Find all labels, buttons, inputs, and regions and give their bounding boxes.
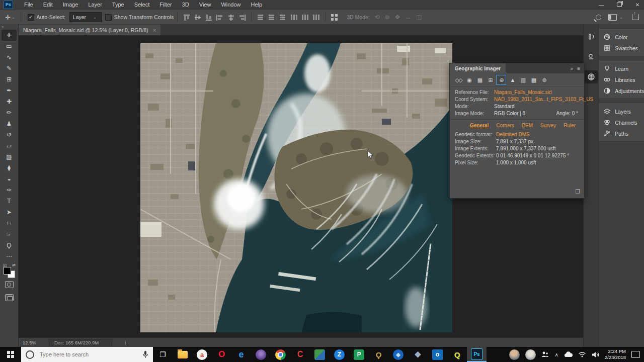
taskbar-clock[interactable]: 2:24 PM 2/23/2018: [605, 348, 626, 360]
panel-tab-libraries[interactable]: Libraries: [599, 74, 644, 85]
pan-3d-icon[interactable]: ✥: [395, 14, 400, 21]
panel-tab-swatches[interactable]: Swatches: [599, 43, 644, 54]
virtualbox-taskbar-icon[interactable]: ❖: [408, 347, 428, 362]
quick-selection-tool[interactable]: ✎: [2, 63, 17, 74]
photoshop-taskbar-icon[interactable]: Ps: [467, 347, 487, 362]
people-avatar-1[interactable]: [509, 349, 520, 360]
distribute-spacing-icon[interactable]: [331, 14, 338, 21]
onedrive-icon[interactable]: [564, 351, 573, 357]
tab-general[interactable]: General: [470, 123, 489, 128]
qgis-taskbar-icon[interactable]: Q: [447, 347, 467, 362]
document-image[interactable]: [140, 43, 452, 332]
blue-z-app-taskbar-icon[interactable]: Z: [330, 347, 349, 362]
chrome-taskbar-icon[interactable]: [271, 347, 290, 362]
align-bottom-icon[interactable]: [205, 14, 213, 21]
path-selection-tool[interactable]: ➤: [2, 207, 17, 218]
search-input[interactable]: [39, 351, 138, 358]
tab-dem[interactable]: DEM: [522, 123, 533, 128]
mosaic-icon[interactable]: ▦: [475, 75, 484, 84]
menu-type[interactable]: Type: [107, 1, 129, 9]
close-button[interactable]: ✕: [634, 2, 641, 8]
workspace-switcher[interactable]: ⌄: [608, 14, 625, 21]
panel-tab-adjustments[interactable]: Adjustments: [599, 85, 644, 97]
quick-mask-icon[interactable]: [5, 281, 14, 288]
type-tool[interactable]: T: [2, 196, 17, 207]
menu-image[interactable]: Image: [58, 1, 84, 9]
menu-3d[interactable]: 3D: [177, 1, 194, 9]
outlook-taskbar-icon[interactable]: o: [428, 347, 447, 362]
auto-select-target-dropdown[interactable]: Layer ⌄: [69, 12, 102, 22]
foreground-color-swatch[interactable]: [4, 267, 11, 275]
panel-tab-layers[interactable]: Layers: [599, 106, 644, 117]
spot-healing-brush-tool[interactable]: ✚: [2, 96, 17, 107]
taskbar-search[interactable]: [21, 347, 153, 362]
attribute-table-icon[interactable]: ▥: [518, 75, 527, 84]
brush-presets-panel-icon[interactable]: [585, 30, 598, 43]
hidden-icons-chevron[interactable]: ∧: [554, 352, 558, 357]
restore-button[interactable]: [616, 2, 623, 8]
brush-tool[interactable]: ✏: [2, 107, 17, 118]
people-avatar-2[interactable]: [525, 349, 536, 360]
menu-layer[interactable]: Layer: [83, 1, 107, 9]
tool-preset-chevron-icon[interactable]: ⌄: [12, 15, 15, 20]
zoom-level-field[interactable]: 12.5%: [23, 340, 49, 345]
panel-tab-learn[interactable]: Learn: [599, 63, 644, 74]
start-button[interactable]: [0, 347, 21, 362]
distribute-top-icon[interactable]: [257, 14, 265, 21]
volume-icon[interactable]: [592, 351, 599, 358]
import-export-icon[interactable]: ⊜: [539, 75, 548, 84]
tab-corners[interactable]: Corners: [496, 123, 514, 128]
panel-tab-channels[interactable]: Channels: [599, 117, 644, 128]
world-file-icon[interactable]: ◉: [464, 75, 473, 84]
distribute-left-icon[interactable]: [290, 14, 298, 21]
opera-taskbar-icon[interactable]: O: [212, 347, 231, 362]
palette-icon[interactable]: ▩: [529, 75, 538, 84]
menu-view[interactable]: View: [194, 1, 216, 9]
rectangle-shape-tool[interactable]: □: [2, 218, 17, 229]
blur-tool[interactable]: ⧫: [2, 162, 17, 173]
menu-help[interactable]: Help: [246, 1, 268, 9]
align-top-icon[interactable]: [183, 14, 191, 21]
distribute-center-icon[interactable]: [301, 14, 309, 21]
menu-file[interactable]: File: [19, 1, 38, 9]
share-icon[interactable]: [632, 14, 639, 20]
eraser-tool[interactable]: ▱: [2, 140, 17, 151]
wifi-icon[interactable]: [578, 351, 586, 357]
show-transform-checkbox[interactable]: [105, 14, 112, 21]
slide-3d-icon[interactable]: ↔: [405, 14, 411, 21]
menu-filter[interactable]: Filter: [154, 1, 177, 9]
document-tab[interactable]: Niagara_Falls_Mosaic.sid @ 12.5% (Layer …: [19, 25, 160, 35]
geographic-imager-panel-icon[interactable]: [585, 70, 598, 83]
field-value[interactable]: Delimited DMS: [496, 132, 530, 137]
align-middle-icon[interactable]: [194, 14, 202, 21]
export-icon[interactable]: ❐: [575, 189, 580, 195]
field-value[interactable]: Niagara_Falls_Mosaic.sid: [494, 89, 552, 95]
collapse-panel-icon[interactable]: »: [571, 66, 574, 71]
align-right-icon[interactable]: [238, 14, 246, 21]
color-swatch-control[interactable]: ◱ ⇄: [3, 264, 15, 276]
align-center-icon[interactable]: [227, 14, 235, 21]
transform-icon[interactable]: ⊕: [496, 75, 506, 85]
green-p-app-taskbar-icon[interactable]: P: [349, 347, 369, 362]
action-center-icon[interactable]: [631, 351, 640, 358]
menu-select[interactable]: Select: [129, 1, 155, 9]
maps-app-taskbar-icon[interactable]: [310, 347, 330, 362]
align-left-icon[interactable]: [216, 14, 224, 21]
geographic-imager-title[interactable]: Geographic Imager: [450, 63, 506, 73]
move-tool[interactable]: ✛: [2, 30, 17, 41]
close-tab-icon[interactable]: ×: [153, 27, 156, 33]
more-tools-tool[interactable]: ⋯: [2, 251, 17, 262]
camera-3d-icon[interactable]: ◫: [416, 14, 422, 21]
clone-stamp-tool[interactable]: ♟: [2, 118, 17, 129]
menu-edit[interactable]: Edit: [38, 1, 58, 9]
field-value[interactable]: NAD_1983_2011_Sta...t_FIPS_3103_Ft_US: [494, 97, 593, 102]
tile-icon[interactable]: ⊞: [486, 75, 495, 84]
file-explorer-taskbar-icon[interactable]: [173, 347, 192, 362]
blue-shield-app-taskbar-icon[interactable]: ◈: [388, 347, 408, 362]
zoom-tool[interactable]: Ϙ: [2, 240, 17, 251]
auto-select-checkbox[interactable]: ✓: [28, 14, 34, 21]
history-brush-tool[interactable]: ↺: [2, 129, 17, 140]
status-expander-icon[interactable]: ⟩: [124, 340, 126, 345]
collapse-toolbar-icon[interactable]: »: [0, 24, 5, 30]
hand-tool[interactable]: ☞: [2, 229, 17, 240]
